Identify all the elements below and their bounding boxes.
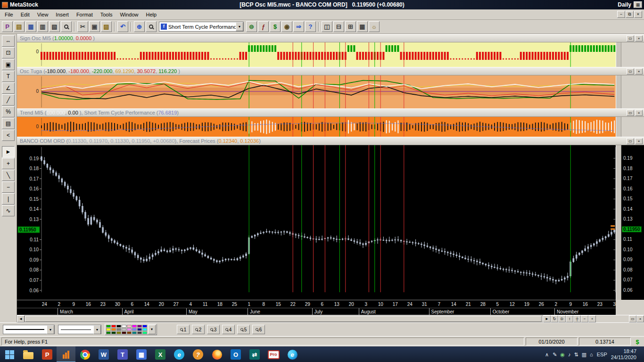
price-chart-plot[interactable]: 0.190.180.170.160.150.140.130.110.100.09… <box>17 145 616 300</box>
color-swatch[interactable] <box>132 325 137 328</box>
trendline-tool[interactable]: ╲ <box>2 170 15 181</box>
file-explorer[interactable] <box>19 346 38 362</box>
compare-tool[interactable]: < <box>2 130 15 141</box>
pane-splitter-tool[interactable]: ⇔ <box>2 35 15 47</box>
color-palette[interactable]: ▼ <box>105 324 157 335</box>
menu-insert[interactable]: Insert <box>52 10 73 19</box>
color-swatch[interactable] <box>116 328 121 331</box>
osc-tuga-restore-button[interactable]: ▭ <box>627 68 634 74</box>
chrome[interactable] <box>75 346 94 362</box>
save-button[interactable]: ▦ <box>25 21 36 32</box>
grid-tool[interactable]: ▤ <box>2 118 15 129</box>
panel-header-sign-osc[interactable]: Sign Osc MI5 (1.00000, 0.0000 )▭× <box>17 34 644 42</box>
restore-chart-button[interactable]: ▭ <box>629 315 636 322</box>
panel-header-banco-com-ord[interactable]: BANCO COM ORD (0.11330, 0.11970, 0.11330… <box>17 137 644 145</box>
layout-button[interactable]: ▦ <box>357 21 368 32</box>
internet-explorer[interactable]: e <box>170 346 189 362</box>
forecaster-button[interactable]: ⇒ <box>293 21 304 32</box>
zoom-button[interactable] <box>61 21 72 32</box>
dropdown-arrow-icon[interactable]: ▼ <box>93 325 101 334</box>
tile-vertical-button[interactable]: ⊟ <box>333 21 344 32</box>
print-preview-button[interactable]: ▧ <box>49 21 60 32</box>
sign-osc-plot[interactable]: 0 <box>17 42 616 67</box>
osc-tuga-close-button[interactable]: × <box>635 68 643 74</box>
indicator-select[interactable]: fShort Term Cycle Performance▼ <box>159 22 244 32</box>
menu-help[interactable]: Help <box>142 10 161 19</box>
color-swatch[interactable] <box>137 328 142 331</box>
color-swatch[interactable] <box>122 331 126 334</box>
tray-expand-icon[interactable]: ∧ <box>545 352 549 358</box>
network-icon[interactable]: ⇅ <box>574 352 578 358</box>
cut-button[interactable]: ✂ <box>77 21 88 32</box>
line-weight-select[interactable]: ▼ <box>58 325 101 334</box>
periodicity-menu-button[interactable]: ▦ <box>634 1 642 8</box>
undo-button[interactable]: ↶ <box>117 21 128 32</box>
shield-icon[interactable]: ◉ <box>560 352 565 358</box>
edge[interactable]: e <box>283 346 302 362</box>
zoom-out-button[interactable]: − <box>581 315 588 322</box>
menu-view[interactable]: View <box>33 10 52 19</box>
zoom-preset-4[interactable]: 4 <box>222 325 235 334</box>
color-swatch[interactable] <box>111 325 116 328</box>
panel-scroll-strip[interactable] <box>616 42 621 67</box>
color-swatch[interactable] <box>137 331 142 334</box>
color-swatch[interactable] <box>137 325 142 328</box>
line-style-select[interactable]: ▼ <box>3 325 55 334</box>
vertical-line-tool[interactable]: | <box>2 193 15 205</box>
zoom-preset-5[interactable]: 5 <box>237 325 250 334</box>
panel-scroll-strip[interactable] <box>616 75 621 108</box>
menu-window[interactable]: Window <box>116 10 142 19</box>
tile-horizontal-button[interactable]: ◫ <box>322 21 332 32</box>
dropdown-arrow-icon[interactable]: ▼ <box>236 22 243 31</box>
color-swatch[interactable] <box>142 331 147 334</box>
zoom-preset-2[interactable]: 2 <box>192 325 205 334</box>
scan-button[interactable]: ◉ <box>281 21 292 32</box>
periodicity-button[interactable]: D <box>558 315 566 322</box>
menu-format[interactable]: Format <box>73 10 97 19</box>
calculator[interactable]: ▦ <box>132 346 151 362</box>
zoom-in-button[interactable]: + <box>588 315 596 322</box>
zoom-preset-6[interactable]: 6 <box>252 325 265 334</box>
menu-edit[interactable]: Edit <box>17 10 33 19</box>
color-swatch[interactable] <box>127 328 132 331</box>
close-chart-button[interactable]: × <box>636 315 644 322</box>
plus-tool[interactable]: + <box>2 158 15 169</box>
banco-com-ord-close-button[interactable]: × <box>635 138 643 144</box>
panel-header-osc-tuga[interactable]: Osc Tuga (-180.000, -180.000, -220.000, … <box>17 67 644 75</box>
open-button[interactable]: ▤ <box>14 21 25 32</box>
powerpoint[interactable]: P <box>38 346 57 362</box>
scroll-left-button[interactable]: ◄ <box>17 315 25 322</box>
sign-osc-close-button[interactable]: × <box>635 35 643 41</box>
percent-tool[interactable]: % <box>2 106 15 117</box>
teams[interactable]: T <box>113 346 132 362</box>
trend-mi5-restore-button[interactable]: ▭ <box>627 110 634 116</box>
y-scale-button[interactable]: ↕ <box>566 315 573 322</box>
menu-tools[interactable]: Tools <box>97 10 116 19</box>
home-icon[interactable]: ⌂ <box>590 352 593 358</box>
color-swatch[interactable] <box>116 331 121 334</box>
color-swatch[interactable] <box>111 331 116 334</box>
expert-advisor-button[interactable]: $ <box>270 21 281 32</box>
color-swatch[interactable] <box>132 331 137 334</box>
options-button[interactable]: ☼ <box>369 21 380 32</box>
dropdown-arrow-icon[interactable]: ▼ <box>148 325 156 334</box>
firefox[interactable] <box>207 346 226 362</box>
power-console-button[interactable]: P <box>2 21 13 32</box>
volume-icon[interactable]: ♪ <box>568 352 571 358</box>
zoom-preset-1[interactable]: 1 <box>177 325 190 334</box>
panel-scroll-strip[interactable] <box>616 145 621 300</box>
indicator-builder-button[interactable]: ƒ <box>258 21 269 32</box>
copy-button[interactable]: ▣ <box>89 21 100 32</box>
context-help-button[interactable]: ? <box>305 21 316 32</box>
note-tool[interactable]: ▣ <box>2 59 15 70</box>
outlook[interactable]: O <box>226 346 245 362</box>
zoom-box-tool[interactable]: ⊡ <box>2 47 15 58</box>
color-swatch[interactable] <box>132 328 137 331</box>
panel-header-trend-mi5[interactable]: Trend MI5 (100.000, 0.00 ), Short Term C… <box>17 108 644 117</box>
zoom-area-button[interactable] <box>146 21 157 32</box>
help-app[interactable]: ? <box>189 346 207 362</box>
start-button[interactable] <box>0 346 19 362</box>
metastock[interactable] <box>57 346 75 362</box>
color-swatch[interactable] <box>106 331 111 334</box>
color-swatch[interactable] <box>122 325 126 328</box>
